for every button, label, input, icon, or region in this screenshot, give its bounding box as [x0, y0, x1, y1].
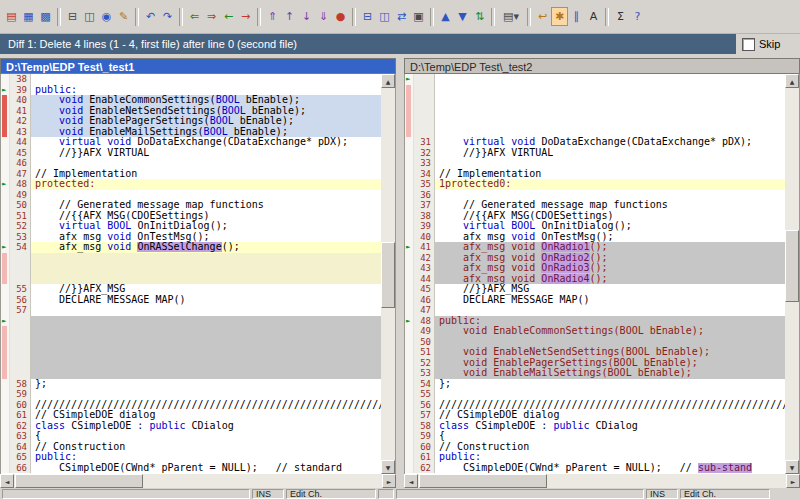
last-diff-button[interactable]: ⇓ [315, 7, 332, 26]
next-diff-button[interactable]: ↓ [298, 7, 315, 26]
copy-block-right-button[interactable]: ⇒ [203, 7, 220, 26]
code-line[interactable]: 52 void EnablePagerSettings(BOOL bEnable… [405, 358, 785, 369]
code-line[interactable] [405, 106, 785, 117]
code-line[interactable] [405, 116, 785, 127]
code-line[interactable]: 42 void EnablePagerSettings(BOOL bEnable… [1, 116, 381, 127]
scroll-left-button[interactable]: ◄ [404, 474, 418, 488]
browse-mode-button[interactable]: ▣ [410, 7, 427, 26]
split-horizontal-button[interactable]: ⊟ [359, 7, 376, 26]
scroll-right-button[interactable]: ► [382, 474, 396, 488]
code-line[interactable] [405, 85, 785, 96]
prev-diff-button[interactable]: ↑ [281, 7, 298, 26]
statistics-button[interactable]: Σ [612, 7, 629, 26]
code-line[interactable]: 44 virtual void DoDataExchange(CDataExch… [1, 137, 381, 148]
code-line[interactable]: 60//////////////////////////////////////… [1, 400, 381, 411]
code-line[interactable]: 43 afx_msg void OnRadio3(); [405, 263, 785, 274]
code-line[interactable]: 64// Construction [1, 442, 381, 453]
print-button[interactable]: ⊟ [64, 7, 81, 26]
code-line[interactable]: 50 // Generated message map functions [1, 200, 381, 211]
right-vertical-scrollbar[interactable]: ▲ ▼ [785, 74, 799, 474]
code-line[interactable]: 62class CSimpleDOE : public CDialog [1, 421, 381, 432]
code-line[interactable]: 56 DECLARE_MESSAGE_MAP() [1, 295, 381, 306]
left-hscrollbar-thumb[interactable] [15, 474, 143, 488]
scroll-up-button[interactable]: ▲ [785, 74, 799, 88]
find-button[interactable]: ◉ [98, 7, 115, 26]
code-line[interactable]: ►39public: [1, 85, 381, 96]
code-line[interactable]: ►41 afx_msg void OnRadio1(); [405, 242, 785, 253]
skip-checkbox[interactable] [742, 38, 755, 51]
swap-panes-button[interactable]: ⇄ [393, 7, 410, 26]
save-button[interactable]: ▦ [20, 7, 37, 26]
code-line[interactable] [1, 274, 381, 285]
save-all-button[interactable]: ▩ [37, 7, 54, 26]
code-line[interactable]: 38 [1, 74, 381, 85]
code-line[interactable]: 62 CSimpleDOE(CWnd* pParent = NULL); // … [405, 463, 785, 474]
code-line[interactable]: 46 DECLARE_MESSAGE_MAP() [405, 295, 785, 306]
right-hscrollbar-thumb[interactable] [419, 474, 547, 488]
code-line[interactable]: 33 [405, 158, 785, 169]
code-line[interactable]: 59{ [405, 431, 785, 442]
code-line[interactable]: 46 [1, 158, 381, 169]
edit-mode-button[interactable]: ✎ [115, 7, 132, 26]
code-line[interactable] [1, 263, 381, 274]
code-line[interactable] [1, 337, 381, 348]
code-line[interactable]: 351protected0: [405, 179, 785, 190]
prev-change-button[interactable]: ▲ [437, 7, 454, 26]
code-line[interactable]: 56//////////////////////////////////////… [405, 400, 785, 411]
code-line[interactable]: 55 //}}AFX_MSG [1, 284, 381, 295]
first-diff-button[interactable]: ⇑ [264, 7, 281, 26]
code-line[interactable]: 55 [405, 389, 785, 400]
scroll-up-button[interactable]: ▲ [381, 74, 395, 88]
code-line[interactable] [1, 368, 381, 379]
pane-splitter[interactable] [396, 58, 404, 488]
current-diff-button[interactable]: ● [332, 7, 349, 26]
left-pane-title[interactable]: D:\Temp\EDP Test\_test1 [0, 58, 396, 74]
code-line[interactable]: 42 afx_msg void OnRadio2(); [405, 253, 785, 264]
code-line[interactable]: 34// Implementation [405, 169, 785, 180]
left-scrollbar-thumb[interactable] [381, 242, 395, 308]
code-line[interactable] [405, 127, 785, 138]
code-line[interactable] [1, 358, 381, 369]
code-line[interactable]: 63{ [1, 431, 381, 442]
options-button[interactable]: ✱ [551, 7, 568, 26]
scroll-down-button[interactable]: ▼ [785, 460, 799, 474]
file-list-dropdown[interactable]: ▤▾ [498, 7, 524, 26]
word-wrap-button[interactable]: ↩ [534, 7, 551, 26]
code-line[interactable]: 45 //}}AFX_VIRTUAL [1, 148, 381, 159]
code-line[interactable]: 66 CSimpleDOE(CWnd* pParent = NULL); // … [1, 463, 381, 474]
code-line[interactable]: 58}; [1, 379, 381, 390]
code-line[interactable]: 45 //}}AFX_MSG [405, 284, 785, 295]
scroll-left-button[interactable]: ◄ [0, 474, 14, 488]
scroll-down-button[interactable]: ▼ [381, 460, 395, 474]
code-line[interactable]: 53 void EnableMailSettings(BOOL bEnable)… [405, 368, 785, 379]
code-line[interactable]: 50 [405, 337, 785, 348]
code-line[interactable]: 61// CSimpleDOE dialog [1, 410, 381, 421]
left-vertical-scrollbar[interactable]: ▲ ▼ [381, 74, 395, 474]
code-line[interactable]: ► [1, 316, 381, 327]
code-line[interactable]: 54}; [405, 379, 785, 390]
print-preview-button[interactable]: ◫ [81, 7, 98, 26]
redo-button[interactable]: ↷ [159, 7, 176, 26]
code-line[interactable]: 41 void EnableNetSendSettings(BOOL bEnab… [1, 106, 381, 117]
code-line[interactable]: 49 void EnableCommonSettings(BOOL bEnabl… [405, 326, 785, 337]
code-line[interactable]: 49 [1, 190, 381, 201]
copy-line-left-button[interactable]: ← [220, 7, 237, 26]
code-line[interactable]: 38 //{{AFX_MSG(CDOESettings) [405, 211, 785, 222]
code-line[interactable]: ►48public: [405, 316, 785, 327]
align-lines-button[interactable]: ⇅ [471, 7, 488, 26]
code-line[interactable]: 51 void EnableNetSendSettings(BOOL bEnab… [405, 347, 785, 358]
code-line[interactable]: 47 [405, 305, 785, 316]
code-line[interactable]: 65public: [1, 452, 381, 463]
right-scrollbar-thumb[interactable] [785, 230, 799, 302]
code-line[interactable]: 43 void EnableMailSettings(BOOL bEnable)… [1, 127, 381, 138]
sync-scroll-button[interactable]: ∥ [568, 7, 585, 26]
copy-block-left-button[interactable]: ⇐ [186, 7, 203, 26]
code-line[interactable]: 40 void EnableCommonSettings(BOOL bEnabl… [1, 95, 381, 106]
code-line[interactable]: 61public: [405, 452, 785, 463]
split-vertical-button[interactable]: ◫ [376, 7, 393, 26]
right-horizontal-scrollbar[interactable]: ◄ ► [404, 474, 800, 488]
code-line[interactable]: 51 //{{AFX_MSG(CDOESettings) [1, 211, 381, 222]
code-line[interactable]: ►48protected: [1, 179, 381, 190]
code-line[interactable]: 59 [1, 389, 381, 400]
code-line[interactable] [1, 326, 381, 337]
